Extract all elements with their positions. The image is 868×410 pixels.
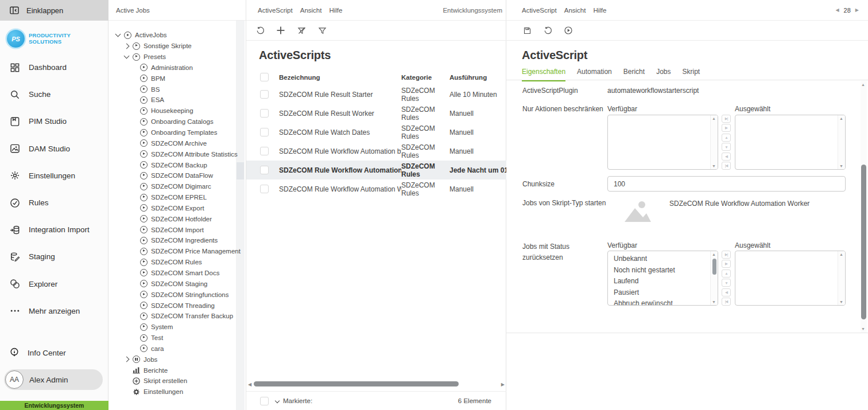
tree-item[interactable]: Administration [108, 63, 236, 73]
tree-item[interactable]: ActiveJobs [108, 30, 236, 41]
tree-item[interactable]: SDZeCOM Import [108, 224, 236, 235]
tree-item[interactable]: BPM [108, 73, 236, 84]
sidebar-item-dashboard[interactable]: Dashboard [0, 54, 108, 81]
tree-item[interactable]: SDZeCOM Archive [108, 138, 236, 149]
pager-prev-icon[interactable]: ◀ [835, 7, 839, 13]
tree-item[interactable]: SDZeCOM Export [108, 203, 236, 214]
run-button[interactable] [561, 24, 575, 37]
scroll-down-icon[interactable]: ▼ [861, 327, 865, 331]
row-checkbox[interactable] [260, 185, 269, 193]
row-checkbox[interactable] [260, 109, 269, 118]
scroll-up-icon[interactable]: ▲ [712, 252, 716, 256]
actions-available-listbox[interactable]: ▲ ▼ [607, 115, 718, 170]
scroll-up-icon[interactable]: ▲ [712, 116, 716, 120]
table-row-selected[interactable]: SDZeCOM Rule Workflow Automation Starter… [246, 161, 506, 179]
tree-item[interactable]: Housekeeping [108, 106, 236, 116]
pager-next-icon[interactable]: ▶ [855, 7, 859, 13]
move-right-button[interactable]: ▶ [722, 124, 731, 132]
scroll-up-icon[interactable]: ▲ [839, 116, 843, 120]
user-menu[interactable]: AA Alex Admin [4, 369, 103, 390]
tree-item-einstellungen[interactable]: Einstellungen [108, 386, 236, 397]
tree-item[interactable]: System [108, 322, 236, 333]
menu-activescript[interactable]: ActiveScript [522, 7, 557, 14]
tree-item[interactable]: SDZeCOM Digimarc [108, 181, 236, 192]
row-checkbox[interactable] [260, 128, 269, 136]
status-available-listbox[interactable]: Unbekannt Noch nicht gestartet Laufend P… [607, 251, 718, 306]
listbox-scrollbar[interactable]: ▲ ▼ [838, 251, 845, 305]
status-selected-listbox[interactable]: ▲ ▼ [735, 251, 846, 306]
add-button[interactable] [274, 24, 288, 37]
sidebar-item-suche[interactable]: Suche [0, 81, 108, 108]
scroll-up-icon[interactable]: ▲ [839, 252, 843, 256]
tree-item[interactable]: SDZeCOM Ingredients [108, 235, 236, 246]
column-ausfuehrung[interactable]: Ausführung [450, 74, 506, 81]
column-bezeichnung[interactable]: Bezeichnung [279, 74, 401, 81]
tree-item[interactable]: SDZeCOM Smart Docs [108, 268, 236, 279]
refresh-button[interactable] [253, 24, 267, 37]
table-row[interactable]: SDZeCOM Rule Result Starter SDZeCOM Rule… [246, 85, 506, 104]
move-all-left-button[interactable]: |◀ [722, 298, 731, 306]
tree-item[interactable]: Onboarding Templates [108, 127, 236, 138]
filter-button[interactable] [315, 24, 329, 37]
listbox-scrollbar[interactable]: ▲ ▼ [710, 115, 718, 169]
scroll-down-icon[interactable]: ▼ [712, 164, 716, 168]
select-all-checkbox[interactable] [260, 73, 269, 81]
tree-item[interactable]: Sonstige Skripte [108, 41, 236, 52]
move-down-button[interactable]: ▼ [722, 279, 731, 287]
tree-item-jobs[interactable]: Jobs [108, 354, 236, 365]
menu-activescript[interactable]: ActiveScript [258, 7, 293, 14]
move-all-right-button[interactable]: ▶| [722, 115, 731, 123]
tree-item[interactable]: cara [108, 343, 236, 354]
scroll-down-icon[interactable]: ▼ [712, 300, 716, 304]
sidebar-item-rules[interactable]: Rules [0, 189, 108, 216]
row-checkbox[interactable] [260, 147, 269, 155]
actions-selected-listbox[interactable]: ▲ ▼ [735, 115, 846, 170]
move-left-button[interactable]: ◀ [722, 153, 731, 161]
marked-checkbox[interactable] [260, 397, 269, 405]
tree-item[interactable]: Onboarding Catalogs [108, 116, 236, 127]
listbox-option[interactable]: Noch nicht gestartet [608, 264, 710, 276]
save-button[interactable] [520, 24, 534, 37]
chevron-down-icon[interactable] [115, 32, 121, 37]
listbox-option[interactable]: Abbruch erwünscht [608, 298, 710, 306]
move-right-button[interactable]: ▶ [722, 260, 731, 268]
move-up-button[interactable]: ▲ [722, 134, 731, 142]
table-row[interactable]: SDZeCOM Rule Workflow Automation Worker … [246, 179, 506, 198]
sidebar-item-einstellungen[interactable]: Einstellungen [0, 162, 108, 189]
tree-item-berichte[interactable]: Berichte [108, 365, 236, 376]
sidebar-item-integration-import[interactable]: Integration Import [0, 216, 108, 243]
sidebar-item-staging[interactable]: Staging [0, 243, 108, 270]
scroll-down-icon[interactable]: ▼ [839, 300, 843, 304]
horizontal-scrollbar[interactable]: ◀ ▶ [246, 380, 506, 389]
listbox-scrollbar[interactable]: ▲ ▼ [838, 115, 845, 169]
tree-item[interactable]: SDZeCOM Backup [108, 159, 236, 170]
move-left-button[interactable]: ◀ [722, 288, 731, 296]
listbox-option[interactable]: Unbekannt [608, 253, 710, 264]
listbox-scrollbar[interactable]: ▲ ▼ [710, 251, 718, 305]
filter-clear-button[interactable] [294, 24, 308, 37]
vertical-scrollbar-thumb[interactable] [861, 165, 866, 319]
tree-item[interactable]: SDZeCOM Rules [108, 257, 236, 268]
tree-item[interactable]: SDZeCOM Threading [108, 300, 236, 311]
tree-item[interactable]: Test [108, 333, 236, 343]
refresh-button[interactable] [541, 24, 555, 37]
chevron-right-icon[interactable] [124, 357, 130, 362]
move-up-button[interactable]: ▲ [722, 270, 731, 278]
tree-item[interactable]: SDZeCOM Stringfunctions [108, 289, 236, 300]
tree-item[interactable]: SDZeCOM Attribute Statistics [108, 149, 236, 159]
vertical-scrollbar[interactable]: ▲ ▼ [861, 81, 867, 333]
chevron-down-icon[interactable] [124, 53, 130, 59]
tree-item[interactable]: SDZeCOM Hotfolder [108, 213, 236, 224]
scroll-left-icon[interactable]: ◀ [248, 382, 251, 387]
move-all-left-button[interactable]: |◀ [722, 162, 731, 170]
table-row[interactable]: SDZeCOM Rule Result Worker SDZeCOM Rules… [246, 104, 506, 123]
table-row[interactable]: SDZeCOM Rule Workflow Automation by d...… [246, 142, 506, 161]
chunksize-input[interactable] [607, 176, 846, 192]
tree-scrollbar-thumb[interactable] [237, 162, 244, 179]
scroll-right-icon[interactable]: ▶ [501, 382, 505, 387]
tree-item[interactable]: SDZeCOM DataFlow [108, 170, 236, 181]
move-all-right-button[interactable]: ▶| [722, 251, 731, 259]
tree-item-skript-erstellen[interactable]: Skript erstellen [108, 376, 236, 386]
tree-scrollbar[interactable] [236, 21, 245, 410]
listbox-option[interactable]: Laufend [608, 275, 710, 287]
